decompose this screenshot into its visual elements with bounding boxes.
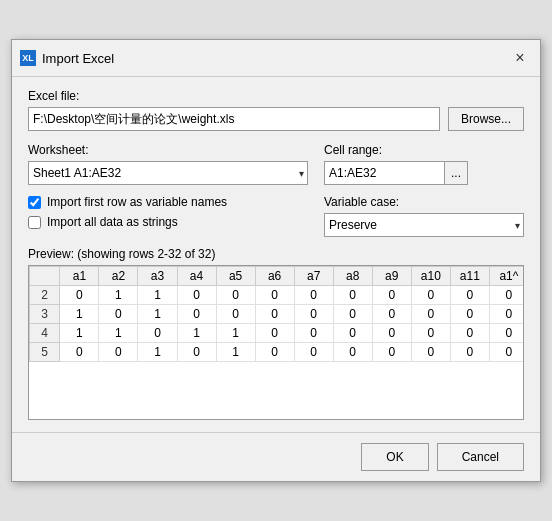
col-header-a7: a7 xyxy=(294,267,333,286)
cell-range-label: Cell range: xyxy=(324,143,524,157)
col-header-a2: a2 xyxy=(99,267,138,286)
import-excel-dialog: XL Import Excel × Excel file: Browse... … xyxy=(11,39,541,482)
col-header-a1: a1 xyxy=(60,267,99,286)
table-row: 2 011 000 000 000 xyxy=(30,286,524,305)
col-header-a6: a6 xyxy=(255,267,294,286)
worksheet-cellrange-row: Worksheet: Sheet1 A1:AE32 ▾ Cell range: … xyxy=(28,143,524,185)
all-data-label: Import all data as strings xyxy=(47,215,178,229)
dialog-footer: OK Cancel xyxy=(12,432,540,481)
col-header-a4: a4 xyxy=(177,267,216,286)
dialog-content: Excel file: Browse... Worksheet: Sheet1 … xyxy=(12,77,540,432)
table-row: 3 101 000 000 000 xyxy=(30,305,524,324)
cell-range-input[interactable] xyxy=(324,161,444,185)
table-row: 4 110 110 000 000 xyxy=(30,324,524,343)
first-row-label: Import first row as variable names xyxy=(47,195,227,209)
excel-file-label: Excel file: xyxy=(28,89,524,103)
preview-table: a1 a2 a3 a4 a5 a6 a7 a8 a9 a10 a11 xyxy=(29,266,523,362)
variable-case-select[interactable]: Preserve Upper Lower xyxy=(324,213,524,237)
first-row-checkbox-row: Import first row as variable names xyxy=(28,195,308,209)
cell-range-row: ... xyxy=(324,161,524,185)
preview-label: Preview: (showing rows 2-32 of 32) xyxy=(28,247,524,261)
excel-file-row: Browse... xyxy=(28,107,524,131)
cancel-button[interactable]: Cancel xyxy=(437,443,524,471)
titlebar: XL Import Excel × xyxy=(12,40,540,77)
worksheet-label: Worksheet: xyxy=(28,143,308,157)
col-header-a5: a5 xyxy=(216,267,255,286)
cell-range-dots-button[interactable]: ... xyxy=(444,161,468,185)
ok-button[interactable]: OK xyxy=(361,443,428,471)
worksheet-select-wrapper: Sheet1 A1:AE32 ▾ xyxy=(28,161,308,185)
col-header-a10: a10 xyxy=(411,267,450,286)
dialog-icon: XL xyxy=(20,50,36,66)
preview-table-container: a1 a2 a3 a4 a5 a6 a7 a8 a9 a10 a11 xyxy=(28,265,524,420)
variable-case-select-wrapper: Preserve Upper Lower ▾ xyxy=(324,213,524,237)
browse-button[interactable]: Browse... xyxy=(448,107,524,131)
preview-table-scroll[interactable]: a1 a2 a3 a4 a5 a6 a7 a8 a9 a10 a11 xyxy=(29,266,523,419)
excel-file-input[interactable] xyxy=(28,107,440,131)
all-data-checkbox[interactable] xyxy=(28,216,41,229)
preview-section: Preview: (showing rows 2-32 of 32) a1 a2… xyxy=(28,247,524,420)
all-data-checkbox-row: Import all data as strings xyxy=(28,215,308,229)
col-header-a11: a11 xyxy=(450,267,489,286)
first-row-checkbox[interactable] xyxy=(28,196,41,209)
col-header-row xyxy=(30,267,60,286)
dialog-title: Import Excel xyxy=(42,51,114,66)
worksheet-select[interactable]: Sheet1 A1:AE32 xyxy=(28,161,308,185)
options-row: Import first row as variable names Impor… xyxy=(28,195,524,237)
close-button[interactable]: × xyxy=(508,46,532,70)
variable-case-label: Variable case: xyxy=(324,195,524,209)
col-header-a9: a9 xyxy=(372,267,411,286)
col-header-a8: a8 xyxy=(333,267,372,286)
col-header-a3: a3 xyxy=(138,267,177,286)
col-header-a1c: a1^ xyxy=(489,267,523,286)
table-row: 5 001 010 000 000 xyxy=(30,343,524,362)
